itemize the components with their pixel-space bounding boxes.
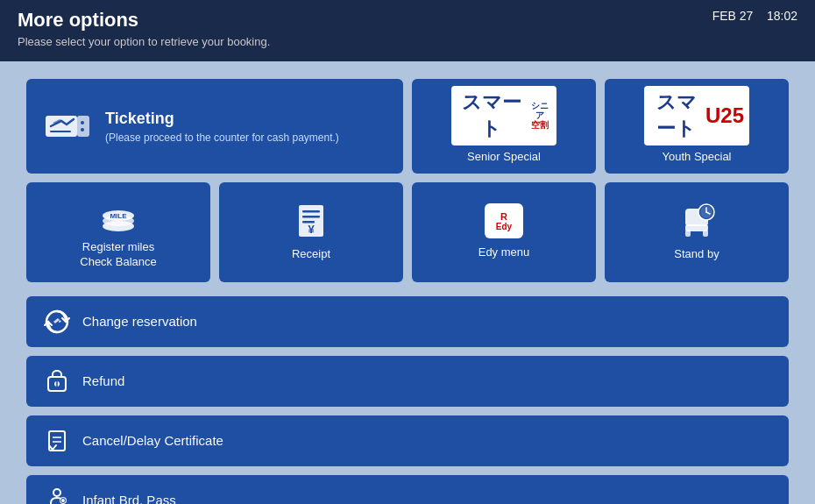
ticketing-text: Ticketing (Please proceed to the counter… — [105, 110, 339, 144]
ticketing-label: Ticketing — [105, 110, 339, 128]
edy-menu-button[interactable]: R Edy Edy menu — [412, 182, 596, 282]
ticketing-sublabel: (Please proceed to the counter for cash … — [105, 131, 339, 144]
header-right: FEB 27 18:02 — [712, 9, 797, 23]
youth-badge: スマート U25 — [644, 91, 749, 139]
refund-label: Refund — [82, 373, 124, 388]
edy-icon: R Edy — [485, 203, 523, 238]
miles-label: Register miles Check Balance — [80, 240, 156, 270]
senior-badge: スマート シニア 空割 — [451, 91, 556, 139]
bottom-grid: MILE Register miles Check Balance ¥ Rece… — [26, 182, 789, 282]
infant-label: Infant Brd. Pass — [82, 493, 176, 504]
top-grid: Ticketing (Please proceed to the counter… — [26, 79, 789, 174]
ticketing-button[interactable]: Ticketing (Please proceed to the counter… — [26, 79, 403, 174]
header: More options Please select your option t… — [0, 0, 815, 61]
youth-label: Youth Special — [662, 150, 731, 163]
senior-label: Senior Special — [467, 150, 541, 163]
infant-pass-button[interactable]: Infant Brd. Pass — [26, 475, 789, 504]
infant-icon — [44, 487, 70, 504]
senior-special-button[interactable]: スマート シニア 空割 Senior Special — [412, 79, 596, 174]
change-reservation-button[interactable]: Change reservation — [26, 296, 789, 347]
miles-icon: MILE — [96, 195, 141, 233]
edy-label: Edy menu — [478, 245, 530, 260]
change-icon — [44, 309, 70, 335]
cancel-certificate-button[interactable]: Cancel/Delay Certificate — [26, 415, 789, 466]
svg-text:¥: ¥ — [308, 223, 315, 236]
standby-label: Stand by — [674, 247, 719, 262]
refund-icon — [44, 368, 70, 394]
page-subtitle: Please select your option to retrieve yo… — [18, 35, 270, 48]
svg-point-29 — [53, 489, 60, 496]
receipt-label: Receipt — [292, 247, 330, 262]
youth-special-button[interactable]: スマート U25 Youth Special — [605, 79, 789, 174]
svg-point-3 — [81, 128, 84, 131]
standby-icon — [677, 202, 717, 240]
svg-rect-11 — [302, 216, 320, 218]
receipt-icon: ¥ — [292, 202, 330, 240]
cancel-icon — [44, 428, 70, 454]
svg-point-2 — [81, 121, 84, 124]
svg-text:MILE: MILE — [110, 212, 127, 220]
standby-button[interactable]: Stand by — [605, 182, 789, 282]
time-display: 18:02 — [767, 9, 797, 23]
date-display: FEB 27 — [712, 9, 754, 23]
svg-rect-10 — [302, 210, 320, 213]
receipt-button[interactable]: ¥ Receipt — [219, 182, 403, 282]
cancel-label: Cancel/Delay Certificate — [82, 433, 223, 448]
header-left: More options Please select your option t… — [18, 9, 270, 48]
main-content: Ticketing (Please proceed to the counter… — [0, 61, 815, 504]
change-label: Change reservation — [82, 314, 197, 329]
page-title: More options — [18, 9, 270, 32]
svg-rect-1 — [77, 116, 89, 137]
ticketing-icon — [44, 107, 91, 146]
svg-rect-17 — [703, 230, 708, 237]
refund-button[interactable]: Refund — [26, 356, 789, 407]
footer-buttons: Change reservation Refund — [26, 296, 789, 504]
register-miles-button[interactable]: MILE Register miles Check Balance — [26, 182, 210, 282]
svg-rect-16 — [685, 230, 691, 237]
